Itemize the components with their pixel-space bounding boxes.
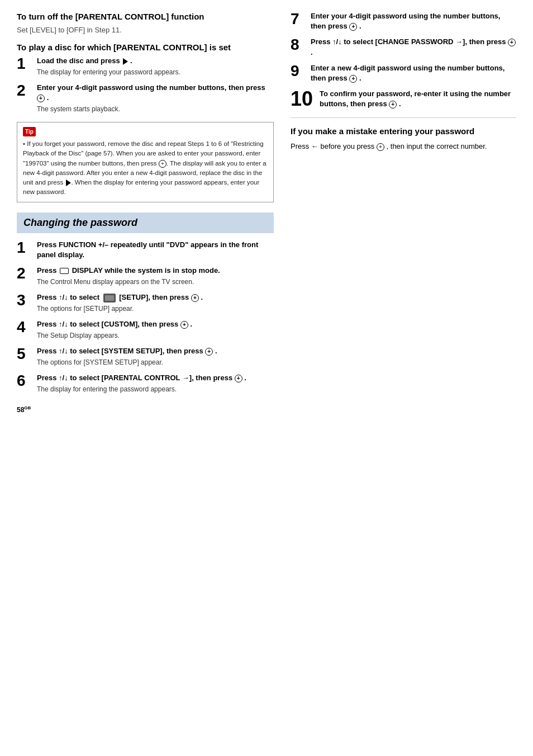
section1-subtitle: Set [LEVEL] to [OFF] in Step 11. <box>17 26 274 34</box>
changing-step-content-3: Press ↑/↓ to select [SETUP], then press … <box>37 292 274 314</box>
setup-icon-3 <box>103 294 116 303</box>
display-icon-2 <box>60 268 69 274</box>
changing-step-num-4: 4 <box>17 319 32 335</box>
right-step-num-9: 9 <box>291 63 306 79</box>
circle-plus-icon-6: + <box>235 375 242 382</box>
changing-step-2: 2 Press DISPLAY while the system is in s… <box>17 266 274 287</box>
right-step-text-10: To confirm your password, re-enter it us… <box>320 89 511 108</box>
changing-step-desc-2: The Control Menu display appears on the … <box>37 277 274 287</box>
step-content-2: Enter your 4-digit password using the nu… <box>37 83 274 114</box>
tip-play-icon <box>66 179 71 186</box>
circle-plus-icon-3: + <box>191 294 199 302</box>
changing-step-desc-3: The options for [SETUP] appear. <box>37 304 274 314</box>
right-step-10: 10 To confirm your password, re-enter it… <box>291 89 516 109</box>
mistake-title: If you make a mistake entering your pass… <box>291 126 516 137</box>
changing-step-title-text-6: Press ↑/↓ to select [PARENTAL CONTROL →]… <box>37 374 232 382</box>
circle-plus-icon-r8: + <box>508 39 516 46</box>
step-title-1: Load the disc and press . <box>37 56 274 66</box>
mistake-text: Press ← before you press + , then input … <box>291 141 516 152</box>
changing-step-6: 6 Press ↑/↓ to select [PARENTAL CONTROL … <box>17 373 274 394</box>
play-step-1: 1 Load the disc and press . The display … <box>17 56 274 77</box>
step-title-text-1: Load the disc and press <box>37 56 120 65</box>
right-step-text-7: Enter your 4-digit password using the nu… <box>311 12 500 30</box>
changing-step-desc-6: The display for entering the password ap… <box>37 385 274 394</box>
changing-step-title-text-4: Press ↑/↓ to select [CUSTOM], then press <box>37 320 178 328</box>
changing-step-num-3: 3 <box>17 292 32 308</box>
changing-step-title-3: Press ↑/↓ to select [SETUP], then press … <box>37 292 274 303</box>
right-step-7: 7 Enter your 4-digit password using the … <box>291 11 516 31</box>
right-step-title-8: Press ↑/↓ to select [CHANGE PASSWORD →],… <box>311 37 516 57</box>
changing-step-content-4: Press ↑/↓ to select [CUSTOM], then press… <box>37 319 274 341</box>
changing-step-title-mid-3: [SETUP], then press <box>119 293 191 301</box>
right-step-suffix-8: . <box>311 48 313 56</box>
right-step-text-9: Enter a new 4-digit password using the n… <box>311 64 505 82</box>
right-step-content-9: Enter a new 4-digit password using the n… <box>311 63 516 83</box>
right-step-suffix-10: . <box>399 100 401 108</box>
step-number-1: 1 <box>17 56 32 72</box>
page-suffix: GB <box>24 405 31 410</box>
right-column: 7 Enter your 4-digit password using the … <box>291 11 516 414</box>
changing-title: Changing the password <box>23 217 267 229</box>
changing-step-title-pre-2: Press <box>37 266 56 275</box>
changing-step-title-2: Press DISPLAY while the system is in sto… <box>37 266 274 276</box>
page-container: To turn off the [PARENTAL CONTROL] funct… <box>17 11 516 414</box>
changing-step-content-2: Press DISPLAY while the system is in sto… <box>37 266 274 287</box>
right-step-title-10: To confirm your password, re-enter it us… <box>320 89 516 109</box>
right-step-suffix-7: . <box>359 22 361 30</box>
changing-step-title-6: Press ↑/↓ to select [PARENTAL CONTROL →]… <box>37 373 274 383</box>
tip-circle-icon-1: + <box>159 160 166 168</box>
changing-step-1: 1 Press FUNCTION +/– repeatedly until "D… <box>17 240 274 260</box>
changing-step-suffix-4: . <box>191 320 193 328</box>
step-desc-2: The system starts playback. <box>37 105 274 114</box>
right-step-num-8: 8 <box>291 37 306 53</box>
play-step-2: 2 Enter your 4-digit password using the … <box>17 83 274 114</box>
right-step-content-10: To confirm your password, re-enter it us… <box>320 89 516 109</box>
circle-plus-icon-mistake: + <box>377 143 384 151</box>
step-title-suffix-1: . <box>130 56 132 65</box>
changing-step-title-pre-3: Press ↑/↓ to select <box>37 293 99 301</box>
changing-step-title-mid-2: DISPLAY while the system is in stop mode… <box>72 266 220 275</box>
step-content-1: Load the disc and press . The display fo… <box>37 56 274 77</box>
step-title-text-2: Enter your 4-digit password using the nu… <box>37 83 265 92</box>
step-title-2: Enter your 4-digit password using the nu… <box>37 83 274 103</box>
right-step-8: 8 Press ↑/↓ to select [CHANGE PASSWORD →… <box>291 37 516 57</box>
right-step-num-10: 10 <box>291 89 315 109</box>
changing-step-content-6: Press ↑/↓ to select [PARENTAL CONTROL →]… <box>37 373 274 394</box>
right-step-content-8: Press ↑/↓ to select [CHANGE PASSWORD →],… <box>311 37 516 57</box>
circle-plus-icon-r9: + <box>349 75 357 83</box>
page-number: 58GB <box>17 405 274 414</box>
right-step-text-8: Press ↑/↓ to select [CHANGE PASSWORD →],… <box>311 37 506 46</box>
right-step-title-7: Enter your 4-digit password using the nu… <box>311 11 516 31</box>
changing-step-title-4: Press ↑/↓ to select [CUSTOM], then press… <box>37 319 274 329</box>
changing-step-title-5: Press ↑/↓ to select [SYSTEM SETUP], then… <box>37 346 274 356</box>
changing-step-desc-5: The options for [SYSTEM SETUP] appear. <box>37 358 274 367</box>
left-column: To turn off the [PARENTAL CONTROL] funct… <box>17 11 274 414</box>
step-desc-1: The display for entering your password a… <box>37 68 274 77</box>
changing-step-num-5: 5 <box>17 346 32 362</box>
changing-step-title-suffix-3: . <box>201 293 203 301</box>
circle-plus-icon-4: + <box>180 321 188 329</box>
changing-step-num-1: 1 <box>17 240 32 256</box>
section1-title: To turn off the [PARENTAL CONTROL] funct… <box>17 11 274 22</box>
mistake-text-pre: Press ← before you press <box>291 142 374 150</box>
changing-step-title-1: Press FUNCTION +/– repeatedly until "DVD… <box>37 240 274 260</box>
tip-text: • If you forget your password, remove th… <box>23 139 268 197</box>
changing-step-5: 5 Press ↑/↓ to select [SYSTEM SETUP], th… <box>17 346 274 367</box>
section2-title: To play a disc for which [PARENTAL CONTR… <box>17 42 274 53</box>
changing-step-content-5: Press ↑/↓ to select [SYSTEM SETUP], then… <box>37 346 274 367</box>
circle-plus-icon-5: + <box>205 348 213 356</box>
step-number-2: 2 <box>17 83 32 98</box>
changing-section-header: Changing the password <box>17 212 274 233</box>
right-step-title-9: Enter a new 4-digit password using the n… <box>311 63 516 83</box>
play-icon <box>123 58 128 65</box>
tip-label: Tip <box>23 127 36 136</box>
changing-step-suffix-6: . <box>244 374 246 382</box>
right-step-num-7: 7 <box>291 11 306 27</box>
tip-content: • If you forget your password, remove th… <box>23 140 266 195</box>
circle-plus-icon-r7: + <box>349 23 357 31</box>
changing-step-num-6: 6 <box>17 373 32 389</box>
changing-step-title-text-5: Press ↑/↓ to select [SYSTEM SETUP], then… <box>37 347 203 355</box>
mistake-text-post: , then input the correct number. <box>387 142 487 150</box>
changing-step-suffix-5: . <box>215 347 217 355</box>
right-step-9: 9 Enter a new 4-digit password using the… <box>291 63 516 83</box>
